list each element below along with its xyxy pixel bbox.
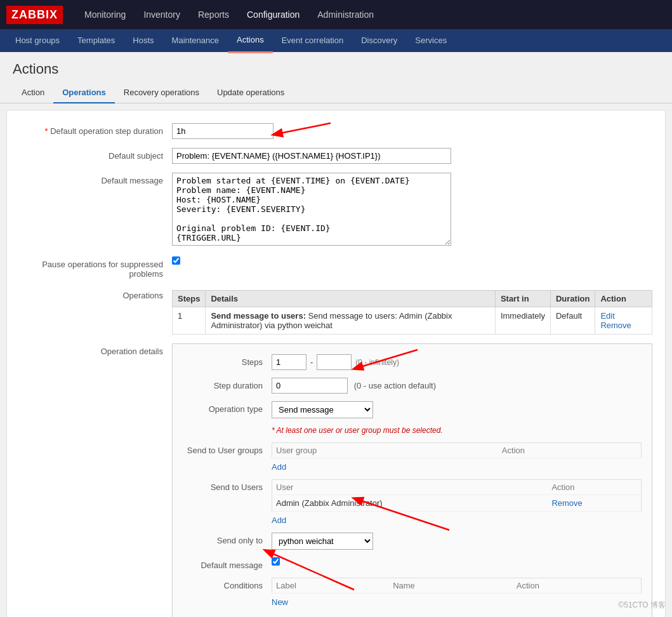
- col-steps: Steps: [173, 291, 206, 307]
- steps-detail-label: Steps: [183, 354, 272, 367]
- step-duration-row: Step duration (0 - use action default): [183, 378, 642, 394]
- send-to-groups-label: Send to User groups: [183, 442, 272, 455]
- default-subject-label: Default subject: [20, 148, 172, 161]
- tab-recovery-operations[interactable]: Recovery operations: [115, 83, 208, 103]
- user-header-name: User: [272, 480, 548, 495]
- nav-monitoring[interactable]: Monitoring: [76, 0, 135, 29]
- step-duration-input[interactable]: [272, 378, 348, 394]
- send-only-to-label: Send only to: [183, 533, 272, 545]
- op-step-duration-input[interactable]: [172, 123, 273, 139]
- default-message-textarea[interactable]: Problem started at {EVENT.TIME} on {EVEN…: [172, 173, 451, 246]
- cond-header-label: Label: [272, 578, 390, 594]
- user-groups-table: User group Action: [272, 442, 642, 458]
- step-duration-hint: (0 - use action default): [354, 381, 436, 390]
- op-type-label: Operation type: [183, 401, 272, 414]
- default-message-value: Problem started at {EVENT.TIME} on {EVEN…: [172, 173, 652, 248]
- add-user-link[interactable]: Add: [272, 515, 286, 525]
- at-least-one-msg: * At least one user or user group must b…: [272, 426, 642, 435]
- subnav-actions[interactable]: Actions: [228, 29, 273, 53]
- remove-user-link[interactable]: Remove: [551, 498, 582, 508]
- step-duration-value: (0 - use action default): [272, 378, 642, 394]
- tab-update-operations[interactable]: Update operations: [208, 83, 293, 103]
- page-title: Actions: [0, 52, 672, 83]
- steps-inputs: - (0 - infinitely): [272, 354, 642, 370]
- subnav-services[interactable]: Services: [406, 29, 456, 52]
- sub-navigation: Host groups Templates Hosts Maintenance …: [0, 29, 672, 52]
- op-step-duration-row: * Default operation step duration: [20, 123, 652, 139]
- pause-ops-row: Pause operations for suppressed problems: [20, 256, 652, 279]
- op-type-select[interactable]: Send message Remote command: [272, 401, 373, 418]
- op-details-box-wrapper: Steps - (0 - infinitely): [172, 343, 652, 617]
- send-to-groups-value: User group Action Add: [272, 442, 642, 472]
- row-duration: Default: [550, 307, 595, 335]
- operations-label: Operations: [20, 288, 172, 300]
- send-to-users-value: User Action Admin (Zabbix Administrator)…: [272, 479, 642, 525]
- op-details-label: Operation details: [20, 343, 172, 356]
- pause-ops-checkbox[interactable]: [172, 256, 180, 265]
- nav-configuration[interactable]: Configuration: [238, 0, 308, 29]
- send-to-users-label: Send to Users: [183, 479, 272, 492]
- send-to-groups-row: Send to User groups User group Action: [183, 442, 642, 472]
- cond-header-name: Name: [389, 578, 513, 594]
- col-details: Details: [206, 291, 495, 307]
- default-message-row: Default message Problem started at {EVEN…: [20, 173, 652, 248]
- edit-link[interactable]: Edit: [600, 311, 614, 321]
- operations-row: Operations Steps Details Start in Durati…: [20, 288, 652, 335]
- send-only-to-value: python weichat SMS Email: [272, 533, 642, 550]
- nav-administration[interactable]: Administration: [308, 0, 383, 29]
- conditions-row: Conditions Label Name Action: [183, 578, 642, 607]
- send-to-users-row: Send to Users User Action: [183, 479, 642, 525]
- user-action: Remove: [548, 495, 641, 512]
- table-row: Admin (Zabbix Administrator) Remove: [272, 495, 642, 512]
- subnav-maintenance[interactable]: Maintenance: [163, 29, 228, 52]
- user-name: Admin (Zabbix Administrator): [272, 495, 548, 512]
- operations-table: Steps Details Start in Duration Action 1…: [172, 290, 652, 335]
- op-type-row: Operation type Send message Remote comma…: [183, 401, 642, 418]
- operations-value: Steps Details Start in Duration Action 1…: [172, 288, 652, 335]
- default-msg-row: Default message: [183, 557, 642, 570]
- row-details: Send message to users: Send message to u…: [206, 307, 495, 335]
- subnav-eventcorrelation[interactable]: Event correlation: [273, 29, 353, 52]
- cond-header-action: Action: [513, 578, 642, 594]
- steps-to-input[interactable]: [317, 354, 352, 370]
- svg-line-0: [273, 123, 331, 135]
- add-group-link[interactable]: Add: [272, 462, 286, 472]
- tabs-bar: Action Operations Recovery operations Up…: [0, 83, 672, 103]
- row-startin: Immediately: [495, 307, 550, 335]
- ug-header-name: User group: [272, 443, 498, 458]
- op-type-value: Send message Remote command: [272, 401, 642, 418]
- subnav-hostgroups[interactable]: Host groups: [6, 29, 69, 52]
- default-subject-value: [172, 148, 652, 164]
- col-duration: Duration: [550, 291, 595, 307]
- row-steps: 1: [173, 307, 206, 335]
- tab-operations[interactable]: Operations: [53, 83, 115, 103]
- col-startin: Start in: [495, 291, 550, 307]
- users-table: User Action Admin (Zabbix Administrator)…: [272, 479, 642, 512]
- subnav-hosts[interactable]: Hosts: [124, 29, 162, 52]
- send-only-to-row: Send only to python weichat SMS Email: [183, 533, 642, 550]
- conditions-table: Label Name Action: [272, 578, 642, 594]
- conditions-label: Conditions: [183, 578, 272, 590]
- nav-reports[interactable]: Reports: [189, 0, 238, 29]
- user-header-action: Action: [548, 480, 641, 495]
- ug-header-action: Action: [498, 443, 642, 458]
- steps-hint: (0 - infinitely): [355, 358, 399, 367]
- steps-dash: -: [310, 357, 313, 367]
- subnav-discovery[interactable]: Discovery: [352, 29, 406, 52]
- default-message-label: Default message: [20, 173, 172, 185]
- new-condition-link[interactable]: New: [272, 597, 288, 607]
- op-step-duration-label: * Default operation step duration: [20, 123, 172, 136]
- default-subject-input[interactable]: [172, 148, 451, 164]
- default-msg-checkbox[interactable]: [272, 557, 280, 566]
- default-msg-label: Default message: [183, 557, 272, 570]
- send-only-to-select[interactable]: python weichat SMS Email: [272, 533, 373, 550]
- subnav-templates[interactable]: Templates: [69, 29, 124, 52]
- op-step-duration-value: [172, 123, 652, 139]
- steps-from-input[interactable]: [272, 354, 306, 370]
- conditions-value: Label Name Action New: [272, 578, 642, 607]
- remove-link[interactable]: Remove: [600, 321, 631, 330]
- op-details-box: Steps - (0 - infinitely): [172, 343, 652, 617]
- nav-inventory[interactable]: Inventory: [135, 0, 189, 29]
- tab-action[interactable]: Action: [13, 83, 53, 103]
- steps-detail-value: - (0 - infinitely): [272, 354, 642, 370]
